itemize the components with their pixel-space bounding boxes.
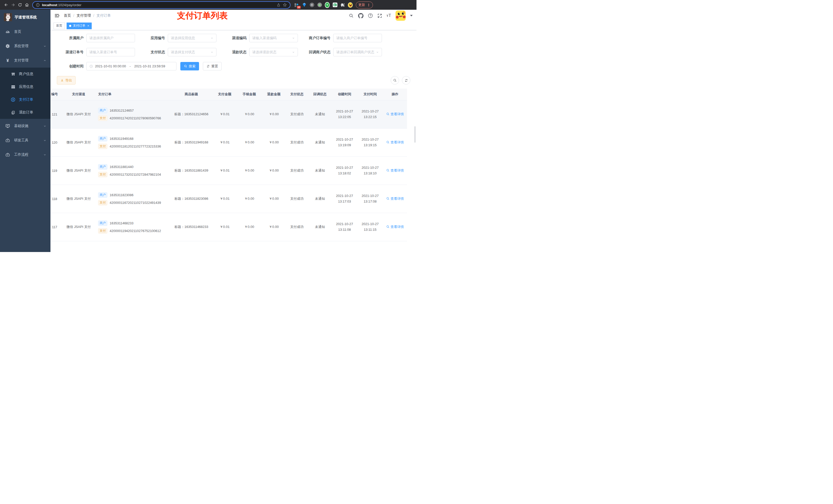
ext-chat-icon[interactable] (332, 3, 337, 7)
merchant-order-no-input[interactable]: 请输入商户订单编号 (333, 34, 382, 42)
cell-product-title: 标题：1635312124656 (170, 100, 213, 128)
gear-icon (5, 44, 10, 48)
share-icon[interactable] (277, 3, 281, 7)
sidebar-item-home[interactable]: 首页 (0, 25, 50, 39)
ext-y-icon[interactable]: Y (325, 3, 330, 7)
url-bar[interactable]: localhost:1024/pay/order (32, 1, 290, 9)
sidebar-item-merchant[interactable]: 商户信息 (0, 68, 50, 80)
toolbox-icon (5, 138, 10, 143)
cell-refund-amount (262, 241, 286, 252)
cell-actions: 查看详情 (383, 100, 407, 128)
order-number: 1635312124657 (110, 109, 134, 113)
font-size-icon[interactable]: TT (386, 13, 391, 18)
order-number: 1635311881440 (110, 165, 134, 169)
cell-refund-amount: ￥0.00 (262, 185, 286, 213)
sidebar-item-app-info[interactable]: 应用信息 (0, 80, 50, 93)
col-channel: 支付渠道 (62, 89, 95, 100)
sidebar-item-devtools[interactable]: 研发工具 (0, 133, 50, 147)
pay-status-select[interactable]: 请选择支付状态 (168, 48, 216, 56)
breadcrumb-payment[interactable]: 支付管理 (77, 13, 91, 18)
reset-button[interactable]: 重置 (203, 62, 221, 70)
page-title: 支付订单列表 (177, 10, 228, 22)
ext-tiles-icon[interactable]: 10 (294, 3, 299, 7)
cell-fee-amount: ￥0.00 (236, 157, 262, 185)
col-fee: 手续金额 (236, 89, 262, 100)
filter-row-1: 所属商户 请选择所属商户 应用编号 请选择应用信息 渠道编码 请输入渠道编码 商… (53, 34, 414, 42)
sidebar-fold-icon[interactable] (54, 13, 60, 18)
home-icon[interactable] (23, 2, 30, 8)
ext-command-icon[interactable]: ⌘ (309, 3, 314, 7)
cell-pay-time: 2021-10-2713:19:15 (357, 128, 383, 157)
sidebar-item-label: 基础设施 (14, 124, 28, 128)
sidebar-item-label: 退款订单 (19, 110, 33, 115)
cell-fee-amount: ￥0.00 (236, 128, 262, 157)
create-time-range-input[interactable]: 2021-10-01 00:00:00 - 2021-10-31 23:59:5… (86, 62, 176, 70)
forward-icon[interactable] (9, 2, 16, 8)
search-icon[interactable] (349, 13, 354, 18)
user-avatar[interactable] (396, 10, 406, 21)
view-detail-link[interactable]: 查看详情 (386, 196, 404, 201)
ext-gem-icon[interactable] (302, 3, 307, 7)
sidebar-item-pay-order[interactable]: 支付订单 (0, 93, 50, 106)
order-number: 1635311468233 (110, 221, 134, 225)
cell-notify-status (308, 241, 332, 252)
search-button[interactable]: 搜索 (180, 62, 199, 70)
tab-label: 首页 (56, 24, 62, 28)
yen-icon: ¥ (5, 58, 10, 63)
order-table-wrapper: 编号 支付渠道 支付订单 商品标题 支付金额 手续金额 退款金额 支付状态 回调… (50, 89, 414, 252)
scrollbar-thumb[interactable] (414, 126, 416, 143)
cell-refund-amount: ￥0.00 (262, 157, 286, 185)
grid-table-icon (11, 85, 15, 89)
tab-label: 支付订单 (73, 24, 85, 28)
channel-order-no-label: 渠道订单号 (53, 50, 86, 54)
bookmark-star-icon[interactable] (283, 3, 287, 7)
refresh-button[interactable] (402, 76, 410, 85)
ext-smiley-icon[interactable] (348, 3, 353, 7)
show-search-button[interactable] (390, 76, 399, 85)
export-button[interactable]: 导出 (57, 76, 76, 85)
sidebar-item-payment[interactable]: ¥ 支付管理 (0, 53, 50, 68)
ext-record-icon[interactable] (317, 3, 322, 7)
tab-pay-order[interactable]: 支付订单 × (67, 23, 92, 29)
sidebar-item-workflow[interactable]: 工作流程 (0, 147, 50, 162)
close-icon[interactable]: × (87, 24, 89, 28)
app-logo[interactable]: 芋道管理系统 (0, 10, 50, 25)
channel-code-select[interactable]: 请输入渠道编码 (249, 34, 298, 42)
view-detail-link[interactable]: 查看详情 (386, 168, 404, 173)
sidebar-item-refund-order[interactable]: 退款订单 (0, 106, 50, 119)
help-icon[interactable] (368, 13, 373, 18)
merchant-input[interactable]: 请选择所属商户 (86, 34, 135, 42)
table-row: 119微信 JSAPI 支付商户1635311881440支付420000117… (50, 157, 407, 185)
ext-puzzle-icon[interactable] (340, 3, 345, 7)
view-detail-link[interactable]: 查看详情 (386, 112, 404, 117)
notify-status-select[interactable]: 请选择订单回调商户状态 (333, 48, 382, 56)
start-time: 2021-10-01 00:00:00 (95, 64, 126, 68)
site-info-icon[interactable] (36, 3, 40, 7)
view-detail-link[interactable]: 查看详情 (386, 224, 404, 229)
back-icon[interactable] (3, 2, 9, 8)
table-row: 121微信 JSAPI 支付商户1635312124657支付420000117… (50, 100, 407, 128)
breadcrumb-home[interactable]: 首页 (64, 13, 71, 18)
avatar-dropdown-icon[interactable] (410, 15, 413, 16)
chevron-down-icon (43, 124, 46, 127)
app-no-select[interactable]: 请选择应用信息 (168, 34, 216, 42)
url-text: localhost:1024/pay/order (42, 3, 274, 7)
navbar-actions: TT (349, 10, 413, 21)
refund-status-select[interactable]: 请选择退款状态 (249, 48, 298, 56)
sidebar-item-infra[interactable]: 基础设施 (0, 119, 50, 133)
cell-pay-channel: 微信 JSAPI 支付 (62, 128, 95, 157)
fullscreen-icon[interactable] (377, 13, 382, 18)
github-icon[interactable] (358, 13, 363, 19)
view-detail-link[interactable]: 查看详情 (386, 140, 404, 145)
channel-order-no-input[interactable]: 请输入渠道订单号 (86, 48, 135, 56)
cell-create-time: 2021-10-2713:11:08 (332, 213, 357, 241)
browser-update-button[interactable]: 更新 ⋮ (356, 2, 373, 8)
browser-menu-icon[interactable]: ⋮ (367, 3, 371, 7)
tab-home[interactable]: 首页 (53, 23, 65, 29)
table-row: 117微信 JSAPI 支付商户1635311468233支付420000119… (50, 213, 407, 241)
reload-icon[interactable] (16, 2, 23, 8)
cell-actions: 查看详情 (383, 185, 407, 213)
sidebar-item-label: 商户信息 (19, 72, 33, 76)
sidebar-item-system[interactable]: 系统管理 (0, 39, 50, 53)
chevron-down-icon (211, 37, 213, 40)
